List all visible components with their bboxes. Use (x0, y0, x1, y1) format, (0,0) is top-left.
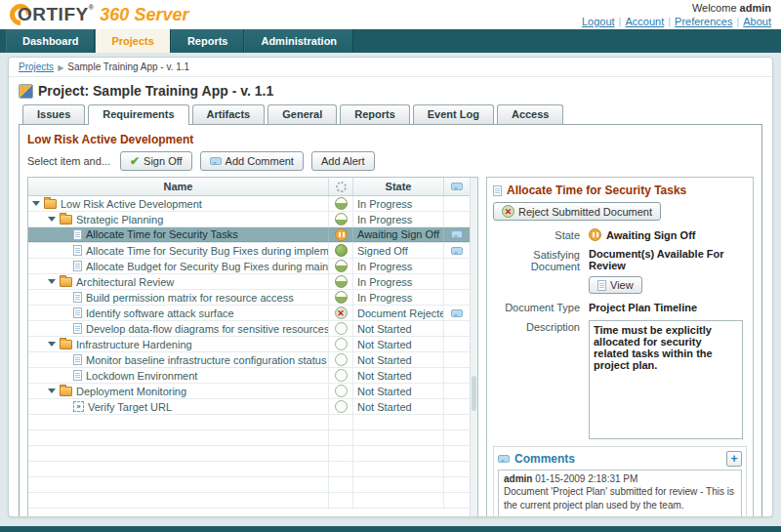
table-scrollbar[interactable] (470, 178, 477, 517)
state-text: Not Started (353, 352, 444, 367)
in-progress-state-icon (335, 197, 348, 210)
empty-table-row (28, 415, 470, 430)
awaiting-sign-off-icon (589, 228, 601, 241)
nav-tab-dashboard[interactable]: Dashboard (6, 29, 95, 53)
requirement-group-heading: Low Risk Active Development (27, 133, 754, 146)
table-row[interactable]: Deployment MonitoringNot Started (28, 384, 470, 399)
requirement-name: Allocate Time for Security Tasks (86, 228, 238, 240)
table-row[interactable]: Monitor baseline infrastructure configur… (28, 352, 470, 368)
table-row[interactable]: Low Risk Active DevelopmentIn Progress (28, 196, 470, 212)
has-comment-icon[interactable] (451, 230, 463, 238)
not-started-state-icon (335, 385, 348, 397)
comments-box[interactable]: admin 01-15-2009 2:18:31 PMDocument 'Pro… (498, 470, 742, 517)
add-comment-button[interactable]: Add Comment (200, 151, 304, 171)
not-started-state-icon (335, 353, 348, 366)
not-started-state-icon (335, 338, 348, 350)
state-text: In Progress (353, 274, 444, 289)
tab-event-log[interactable]: Event Log (413, 104, 494, 124)
collapse-expander-icon[interactable] (32, 201, 40, 206)
state-text: Not Started (353, 399, 444, 414)
column-header-state-icon[interactable] (329, 178, 353, 195)
table-row[interactable]: Allocate Time for Security TasksAwaiting… (28, 227, 470, 243)
has-comment-icon[interactable] (451, 309, 463, 317)
table-body: Low Risk Active DevelopmentIn ProgressSt… (28, 196, 470, 509)
table-row[interactable]: Strategic PlanningIn Progress (28, 212, 470, 227)
about-link[interactable]: About (743, 16, 771, 27)
folder-icon (60, 277, 72, 287)
document-icon (73, 261, 82, 271)
scrollbar-thumb[interactable] (472, 376, 476, 411)
table-row[interactable]: »Verify Target URLNot Started (28, 399, 470, 415)
content-box: Projects▶Sample Training App - v. 1.1 Pr… (8, 57, 773, 517)
table-row[interactable]: Architectural ReviewIn Progress (28, 274, 470, 290)
in-progress-state-icon (335, 275, 348, 288)
nav-tab-reports[interactable]: Reports (171, 29, 245, 53)
reject-icon (502, 205, 514, 218)
table-row[interactable]: Build permission matrix for resource acc… (28, 290, 470, 306)
state-text: Signed Off (353, 243, 444, 258)
add-alert-button[interactable]: Add Alert (311, 151, 375, 171)
state-field-value: Awaiting Sign Off (589, 228, 695, 241)
reject-submitted-document-button[interactable]: Reject Submitted Document (493, 202, 661, 221)
comment-column-icon (451, 183, 463, 190)
tab-requirements[interactable]: Requirements (88, 104, 188, 125)
requirement-name: Lockdown Environment (86, 370, 197, 382)
document-icon (73, 307, 82, 318)
add-comment-plus-button[interactable]: + (726, 451, 742, 467)
nav-tab-administration[interactable]: Administration (244, 29, 353, 53)
not-started-state-icon (335, 322, 348, 335)
collapse-expander-icon[interactable] (48, 389, 56, 393)
tab-issues[interactable]: Issues (22, 104, 85, 124)
requirement-name: Strategic Planning (76, 214, 163, 225)
rejected-state-icon (335, 307, 348, 319)
document-type-label: Document Type (493, 301, 589, 313)
table-row[interactable]: Infrastructure HardeningNot Started (28, 337, 470, 352)
account-link[interactable]: Account (625, 16, 664, 27)
table-row[interactable]: Lockdown EnvironmentNot Started (28, 368, 470, 384)
has-comment-icon[interactable] (451, 247, 463, 255)
document-icon (493, 185, 502, 196)
collapse-expander-icon[interactable] (48, 217, 56, 222)
check-icon: ✔ (130, 156, 140, 166)
state-text: Awaiting Sign Off (353, 227, 444, 242)
empty-table-row (28, 462, 470, 477)
preferences-link[interactable]: Preferences (675, 16, 732, 27)
state-text: Document Rejected (353, 306, 444, 320)
tab-reports[interactable]: Reports (340, 104, 410, 124)
nav-tab-projects[interactable]: Projects (95, 29, 170, 53)
table-row[interactable]: Allocate Time for Security Bug Fixes dur… (28, 243, 470, 259)
tab-artifacts[interactable]: Artifacts (192, 104, 266, 124)
tab-general[interactable]: General (267, 104, 337, 124)
folder-icon (60, 387, 72, 396)
requirements-tab-content: Low Risk Active Development Select item … (19, 124, 762, 517)
not-started-state-icon (335, 369, 348, 382)
tab-access[interactable]: Access (497, 104, 564, 124)
table-row[interactable]: Develop data-flow diagrams for sensitive… (28, 321, 470, 337)
requirement-name: Architectural Review (76, 276, 174, 288)
fortify-logo: ORTIFY® 360 Server (10, 4, 188, 25)
requirement-name: Allocate Budget for Security Bug Fixes d… (86, 261, 329, 272)
not-started-state-icon (335, 400, 348, 413)
column-header-comment[interactable] (444, 178, 470, 195)
breadcrumb-projects-link[interactable]: Projects (19, 61, 54, 72)
description-textarea[interactable]: Time must be explicitly allocated for se… (589, 320, 743, 439)
main-navbar: DashboardProjectsReportsAdministration (0, 29, 781, 53)
document-icon (73, 229, 82, 240)
table-row[interactable]: Allocate Budget for Security Bug Fixes d… (28, 259, 470, 274)
column-header-name[interactable]: Name (28, 178, 329, 195)
state-text: In Progress (353, 196, 444, 211)
column-header-state[interactable]: State (353, 178, 444, 195)
comment-text: Document 'Project Plan' submitted for re… (504, 485, 736, 512)
requirement-details-panel: Allocate Time for Security Tasks Reject … (486, 177, 754, 517)
in-progress-state-icon (335, 213, 348, 225)
table-row[interactable]: Identify software attack surfaceDocument… (28, 306, 470, 321)
view-document-button[interactable]: View (589, 276, 642, 294)
logout-link[interactable]: Logout (582, 16, 615, 27)
breadcrumb-separator-icon: ▶ (58, 63, 63, 72)
top-header: ORTIFY® 360 Server Welcome admin Logout|… (0, 0, 781, 29)
requirement-name: Allocate Time for Security Bug Fixes dur… (86, 245, 329, 257)
collapse-expander-icon[interactable] (48, 279, 56, 284)
collapse-expander-icon[interactable] (48, 342, 56, 347)
requirement-name: Low Risk Active Development (61, 198, 202, 210)
sign-off-button[interactable]: ✔Sign Off (120, 151, 192, 171)
